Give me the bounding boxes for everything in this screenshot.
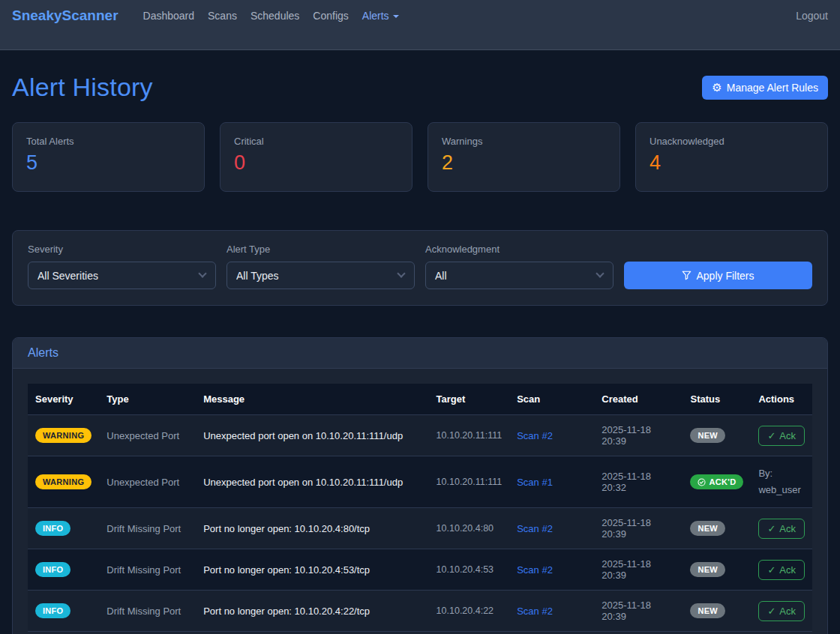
check-icon: ✓ — [767, 523, 776, 534]
gear-icon: ⚙ — [712, 82, 722, 93]
scan-link[interactable]: Scan #2 — [517, 430, 553, 441]
severity-badge: INFO — [35, 603, 70, 618]
column-header-target: Target — [429, 384, 510, 415]
nav-item-schedules[interactable]: Schedules — [244, 7, 306, 25]
severity-cell: INFO — [28, 549, 99, 591]
actions-cell: ✓ Ack — [751, 415, 812, 456]
target-cell: 10.10.20.4:22 — [429, 591, 510, 632]
apply-filters-label: Apply Filters — [696, 270, 754, 282]
stat-card-total-alerts: Total Alerts5 — [12, 122, 205, 192]
severity-cell: INFO — [28, 591, 99, 632]
ack-button[interactable]: ✓ Ack — [758, 601, 805, 621]
filters-panel: Severity All Severities Alert Type All T… — [12, 230, 828, 306]
manage-alert-rules-button[interactable]: ⚙ Manage Alert Rules — [702, 76, 828, 100]
ack-button[interactable]: ✓ Ack — [758, 560, 805, 580]
scan-link[interactable]: Scan #2 — [517, 564, 553, 576]
scan-cell: Scan #2 — [509, 508, 594, 549]
target-cell: 10.10.20.11:111 — [429, 456, 510, 508]
stat-card-critical: Critical0 — [220, 122, 412, 192]
scan-cell: Scan #2 — [509, 415, 594, 456]
stat-label: Critical — [234, 136, 398, 147]
severity-cell: INFO — [28, 508, 99, 549]
scan-link[interactable]: Scan #1 — [517, 477, 553, 488]
created-cell: 2025-11-18 20:32 — [594, 456, 682, 508]
alert-type-cell: Unexpected Port — [99, 456, 196, 508]
status-cell: NEW — [682, 549, 751, 591]
alerts-panel-title: Alerts — [13, 338, 827, 369]
alert-row: INFODrift Missing PortPort no longer ope… — [28, 508, 812, 549]
created-cell: 2025-11-18 20:39 — [594, 508, 682, 549]
alert-message-cell: Port no longer open: 10.10.20.4:80/tcp — [196, 508, 428, 549]
stat-value: 2 — [442, 151, 606, 175]
acknowledged-by-text: By:web_user — [758, 465, 805, 498]
status-cell: NEW — [682, 415, 751, 456]
alert-type-filter-select[interactable]: All Types — [226, 262, 415, 289]
check-icon: ✓ — [767, 430, 776, 441]
alert-row: WARNINGUnexpected PortUnexpected port op… — [28, 456, 812, 508]
stat-label: Total Alerts — [26, 136, 190, 147]
actions-cell: By:web_user — [751, 456, 812, 508]
target-cell: 10.10.20.4:53 — [429, 549, 510, 591]
status-badge: NEW — [690, 521, 725, 536]
stat-label: Warnings — [442, 136, 606, 147]
alert-type-cell: Drift Missing Port — [99, 549, 196, 591]
scan-link[interactable]: Scan #2 — [517, 606, 553, 617]
acknowledgment-filter-label: Acknowledgment — [425, 244, 614, 255]
page-title: Alert History — [12, 73, 153, 102]
nav-item-dashboard[interactable]: Dashboard — [136, 7, 202, 25]
status-badge: NEW — [690, 562, 725, 577]
alert-type-filter-label: Alert Type — [226, 244, 415, 255]
column-header-scan: Scan — [509, 384, 594, 415]
column-header-type: Type — [99, 384, 196, 415]
alert-row: INFODrift Missing PortPort no longer ope… — [28, 591, 812, 632]
acknowledgment-filter-select[interactable]: All — [425, 262, 614, 289]
check-circle-icon — [698, 478, 706, 486]
scan-cell: Scan #1 — [509, 456, 594, 508]
status-badge: NEW — [690, 603, 725, 618]
scan-cell: Scan #2 — [509, 549, 594, 591]
status-cell: NEW — [682, 508, 751, 549]
actions-cell: ✓ Ack — [751, 508, 812, 549]
scan-link[interactable]: Scan #2 — [517, 523, 553, 534]
caret-down-icon — [393, 15, 399, 18]
severity-badge: INFO — [35, 521, 70, 536]
alerts-table: SeverityTypeMessageTargetScanCreatedStat… — [28, 384, 812, 632]
column-header-actions: Actions — [751, 384, 812, 415]
nav-item-configs[interactable]: Configs — [306, 7, 355, 25]
stat-card-warnings: Warnings2 — [428, 122, 620, 192]
alert-row: WARNINGUnexpected PortUnexpected port op… — [28, 415, 812, 456]
alert-row: INFODrift Missing PortPort no longer ope… — [28, 549, 812, 591]
severity-filter-select[interactable]: All Severities — [28, 262, 216, 289]
funnel-icon — [682, 271, 692, 280]
created-cell: 2025-11-18 20:39 — [594, 549, 682, 591]
check-icon: ✓ — [767, 564, 776, 576]
stat-value: 4 — [650, 151, 814, 175]
status-badge: NEW — [690, 428, 725, 443]
severity-filter-label: Severity — [28, 244, 216, 255]
target-cell: 10.10.20.4:80 — [429, 508, 510, 549]
created-cell: 2025-11-18 20:39 — [594, 591, 682, 632]
column-header-message: Message — [196, 384, 428, 415]
severity-cell: WARNING — [28, 415, 99, 456]
alert-message-cell: Unexpected port open on 10.10.20.11:111/… — [196, 415, 428, 456]
actions-cell: ✓ Ack — [751, 591, 812, 632]
status-badge: ACK'D — [690, 474, 743, 489]
column-header-status: Status — [682, 384, 751, 415]
created-cell: 2025-11-18 20:39 — [594, 415, 682, 456]
severity-cell: WARNING — [28, 456, 99, 508]
ack-button[interactable]: ✓ Ack — [758, 519, 805, 539]
stat-card-unacknowledged: Unacknowledged4 — [635, 122, 828, 192]
alert-type-cell: Drift Missing Port — [99, 591, 196, 632]
brand-logo[interactable]: SneakyScanner — [12, 7, 118, 24]
nav-item-alerts[interactable]: Alerts — [356, 7, 406, 25]
column-header-severity: Severity — [28, 384, 99, 415]
actions-cell: ✓ Ack — [751, 549, 812, 591]
ack-button[interactable]: ✓ Ack — [758, 426, 805, 446]
status-cell: ACK'D — [682, 456, 751, 508]
alerts-panel: Alerts SeverityTypeMessageTargetScanCrea… — [12, 337, 828, 634]
alert-message-cell: Port no longer open: 10.10.20.4:22/tcp — [196, 591, 428, 632]
logout-link[interactable]: Logout — [796, 10, 828, 22]
nav-item-scans[interactable]: Scans — [201, 7, 244, 25]
apply-filters-button[interactable]: Apply Filters — [624, 262, 812, 289]
check-icon: ✓ — [767, 606, 776, 617]
